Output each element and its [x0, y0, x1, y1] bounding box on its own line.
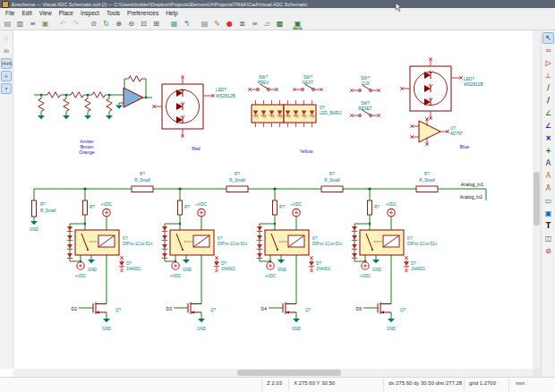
relay-channel-4-graphics[interactable]	[352, 187, 409, 322]
place-net-label-button[interactable]: A	[542, 158, 554, 169]
relay-channel-3-graphics[interactable]	[257, 187, 314, 322]
svg-text:K?: K?	[312, 236, 318, 241]
page-settings-button[interactable]: ▥	[14, 18, 26, 30]
highlight-net-button[interactable]: ≈	[542, 45, 554, 56]
svg-text:D?: D?	[221, 261, 226, 266]
svg-text:R?: R?	[184, 205, 190, 209]
annotate-button[interactable]: ✎	[211, 18, 223, 30]
switch-next[interactable]: SW? NEXT	[293, 75, 323, 91]
menu-file[interactable]: File	[2, 10, 18, 16]
zoom-out-button[interactable]: ⊖	[125, 18, 137, 30]
zoom-in-button[interactable]: ⊕	[113, 18, 124, 30]
refresh-button[interactable]: ↻	[100, 18, 112, 30]
place-wire-button[interactable]: /	[542, 82, 554, 94]
menu-help[interactable]: Help	[162, 10, 181, 16]
bom-button[interactable]: ≡	[249, 18, 260, 30]
leave-sheet-button[interactable]: ↰	[181, 18, 192, 30]
switch-next-name: NEXT	[303, 81, 313, 85]
svg-text:DIPxx-1Cxx-51x: DIPxx-1Cxx-51x	[123, 242, 153, 246]
menu-edit[interactable]: Edit	[18, 10, 35, 16]
paste-button[interactable]: ▣	[39, 18, 51, 30]
vertical-scrollbar-thumb[interactable]	[534, 172, 540, 226]
window-title: Eeschema — Visual ADC Schematic.sch [/] …	[12, 2, 308, 7]
net-label-analog-in2: Analog_In2	[460, 194, 483, 200]
menu-bar: File Edit View Place Inspect Tools Prefe…	[0, 8, 555, 17]
no-connect-flag-button[interactable]: ×	[542, 132, 554, 144]
zoom-selection-button[interactable]: ⊞	[150, 18, 162, 30]
menu-view[interactable]: View	[36, 10, 56, 16]
analog-rail[interactable]: R? R_Small R? R_Small R? R_Small R? R_Sm…	[30, 172, 486, 232]
find-button[interactable]: ⊙	[88, 18, 99, 30]
delete-tool-button[interactable]: ⊘	[542, 245, 554, 257]
place-symbol-button[interactable]: ▷	[542, 57, 554, 69]
switch-reset[interactable]: SW? RESET	[350, 101, 380, 117]
place-image-button[interactable]: ◫	[542, 233, 554, 244]
switch-clr-ref: SW?	[361, 76, 370, 81]
relay-channel-4-text: R? +VDC K? DIPxx-1Cxx-51x +VDC GND D? 1N…	[356, 202, 438, 331]
status-separator	[464, 379, 465, 391]
symbol-fields-table-button[interactable]: ▤	[199, 18, 210, 30]
svg-text:K?: K?	[123, 236, 128, 241]
fullscreen-cursor-button[interactable]: +	[1, 71, 12, 81]
gate-net-d2: D2	[72, 306, 78, 311]
buffer-opamp[interactable]	[124, 88, 143, 107]
vertical-scrollbar[interactable]	[533, 30, 541, 369]
blue-ws2812b-symbol[interactable]: LED? WS2812B Blue	[400, 57, 482, 149]
redo-button[interactable]: ↷	[70, 18, 81, 30]
svg-text:+VDC: +VDC	[291, 202, 303, 207]
ad797-opamp-symbol[interactable]: U? AD797	[410, 117, 463, 146]
erc-button[interactable]: ●	[224, 18, 235, 30]
switch-prev[interactable]: SW? PREV	[248, 75, 278, 91]
svg-text:+VDC: +VDC	[386, 202, 397, 207]
place-sheet-button[interactable]: ▭	[542, 195, 554, 207]
r2r-ladder-circuit[interactable]: Amber Brown Orange	[34, 76, 152, 155]
wire-to-bus-entry-button[interactable]: ∠	[542, 107, 554, 119]
show-hidden-pins-button[interactable]: •	[1, 83, 12, 94]
red-ws2812b-symbol[interactable]: LED? WS2812B Red	[152, 75, 235, 150]
footprint-assign-button[interactable]: ▱	[261, 18, 273, 30]
switch-prev-name: PREV	[258, 81, 269, 85]
svg-text:1N4001: 1N4001	[126, 267, 141, 271]
menu-place[interactable]: Place	[56, 10, 77, 16]
place-text-button[interactable]: T	[542, 220, 554, 232]
place-global-label-button[interactable]: A	[542, 170, 554, 182]
svg-text:GND: GND	[102, 327, 112, 331]
menu-preferences[interactable]: Preferences	[124, 10, 162, 16]
place-bus-button[interactable]: /	[542, 95, 554, 107]
units-inches-button[interactable]: in	[1, 46, 12, 56]
bus-to-bus-entry-button[interactable]: ∠	[542, 120, 554, 132]
relay-channel-2-graphics[interactable]	[162, 187, 219, 322]
led-bargraph-symbol[interactable]: D? LED_BARG Yellow	[252, 100, 342, 154]
zoom-fit-button[interactable]: ⊡	[138, 18, 149, 30]
place-junction-button[interactable]: +	[542, 145, 554, 157]
color-note-yellow: Yellow	[300, 149, 313, 154]
series-resistor-ref: R?	[140, 172, 145, 176]
relay-channel-1-graphics[interactable]	[67, 187, 124, 322]
back-import-button[interactable]: ▣ BACK	[292, 18, 303, 30]
eeschema-app-icon	[2, 1, 9, 8]
schematic-canvas[interactable]: Amber Brown Orange LED? WS2812B Red SW? …	[13, 30, 533, 369]
select-tool-button[interactable]: ↖	[542, 32, 554, 44]
svg-text:GND: GND	[292, 327, 302, 331]
generate-netlist-button[interactable]: ≣	[236, 18, 248, 30]
pcbnew-button[interactable]: ▩	[274, 18, 286, 30]
import-sheet-pin-button[interactable]: ▣	[542, 208, 554, 219]
undo-button[interactable]: ↶	[57, 18, 69, 30]
show-grid-button[interactable]: ∷	[1, 33, 12, 44]
svg-text:D?: D?	[126, 261, 132, 266]
place-power-port-button[interactable]: ⊥	[542, 70, 554, 81]
series-resistor-value: R_Small	[229, 178, 244, 183]
hierarchy-navigator-button[interactable]: ▦	[168, 18, 180, 30]
menu-tools[interactable]: Tools	[103, 10, 124, 16]
units-mm-button[interactable]: mm	[1, 58, 12, 69]
switch-reset-name: RESET	[358, 107, 372, 111]
horizontal-scrollbar-thumb[interactable]	[237, 370, 341, 376]
place-hierarchical-label-button[interactable]: A	[542, 183, 554, 194]
switch-clr[interactable]: SW? CLR	[350, 76, 380, 92]
print-button[interactable]: ≡	[27, 18, 38, 30]
svg-text:GND: GND	[88, 268, 98, 272]
svg-text:K?: K?	[218, 236, 223, 241]
menu-inspect[interactable]: Inspect	[77, 10, 103, 16]
horizontal-scrollbar[interactable]	[13, 369, 533, 377]
new-schematic-button[interactable]: ▤	[2, 18, 13, 30]
